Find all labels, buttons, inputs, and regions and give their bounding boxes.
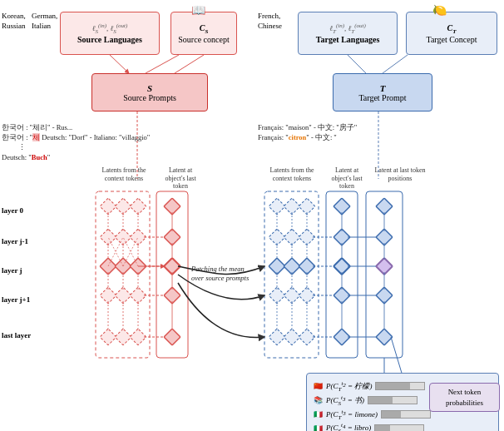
svg-rect-23 (130, 287, 146, 304)
svg-rect-20 (130, 258, 146, 275)
svg-rect-9 (264, 191, 319, 358)
flag-it2: 🇮🇹 (314, 424, 323, 431)
svg-rect-44 (269, 329, 285, 345)
french-chinese-label: French,Chinese (258, 12, 282, 31)
svg-line-4 (383, 55, 408, 73)
svg-rect-22 (115, 287, 131, 304)
svg-rect-41 (269, 287, 285, 304)
svg-rect-7 (96, 191, 150, 358)
svg-rect-33 (284, 198, 300, 215)
svg-rect-47 (334, 198, 350, 215)
svg-rect-14 (130, 198, 146, 215)
svg-rect-39 (284, 258, 300, 275)
svg-rect-26 (130, 329, 146, 345)
latent-last-header: Latent at object's last token (158, 166, 203, 191)
svg-rect-43 (299, 287, 315, 304)
svg-rect-10 (326, 191, 358, 358)
svg-rect-27 (164, 198, 180, 215)
source-languages-label: Source Languages (77, 35, 142, 44)
ell-out-tgt-label: ℓT(out) (348, 24, 366, 32)
prob-bar-3 (381, 410, 431, 419)
prob-row-4: 🇮🇹 P(CSt4 = libro) (314, 422, 492, 431)
svg-rect-38 (269, 258, 285, 275)
layer-j1-label: layer j-1 (2, 237, 28, 245)
korean-russian-label: Korean,Russian (2, 12, 26, 31)
german-italian-label: German,Italian (32, 12, 57, 31)
svg-rect-15 (100, 229, 116, 245)
svg-rect-36 (284, 229, 300, 245)
svg-line-107 (123, 237, 138, 266)
latent-context-tgt-header: Latents from the context tokens (266, 166, 318, 182)
diagram-svg (0, 0, 504, 431)
svg-rect-50 (334, 287, 350, 304)
svg-line-106 (108, 237, 123, 266)
svg-line-2 (175, 55, 204, 73)
svg-rect-11 (366, 191, 403, 358)
layer-0-label: layer 0 (2, 206, 23, 215)
svg-rect-42 (284, 287, 300, 304)
next-token-label: Next token probabilities (429, 383, 500, 412)
target-languages-box: ℓT(in), ℓT(out) Target Languages (298, 12, 398, 55)
svg-line-3 (348, 55, 366, 73)
svg-rect-48 (334, 229, 350, 245)
svg-rect-21 (100, 287, 116, 304)
svg-line-105 (108, 237, 123, 266)
svg-rect-13 (115, 198, 131, 215)
svg-rect-25 (115, 329, 131, 345)
ell-in-tgt-label: ℓT(in) (329, 24, 344, 32)
svg-rect-28 (164, 229, 180, 245)
source-concept-box: CS Source concept (170, 12, 237, 55)
latent-last-tgt2-header: Latent at last token positions (374, 166, 426, 182)
svg-rect-49 (334, 258, 350, 275)
ell-in-label: ℓS(in) (92, 24, 106, 32)
prob-bar-2 (368, 396, 418, 404)
svg-line-108 (123, 237, 138, 266)
svg-rect-56 (376, 329, 393, 345)
source-concept-label: Source concept (178, 35, 229, 44)
svg-rect-18 (100, 258, 116, 275)
layer-last-label: last layer (2, 331, 31, 339)
svg-rect-31 (164, 329, 180, 345)
flag-book: 📚 (314, 396, 323, 404)
target-prompt-examples: Français: "maison" - 中文: "房子" Français: … (258, 123, 357, 143)
svg-rect-54 (376, 258, 393, 275)
source-languages-box: ℓS(in), ℓS(out) Source Languages (60, 12, 160, 55)
latent-context-header: Latents from the context tokens (98, 166, 150, 182)
svg-rect-45 (284, 329, 300, 345)
svg-rect-16 (115, 229, 131, 245)
svg-rect-19 (115, 258, 131, 275)
patching-label: Patching the meanover source prompts (191, 265, 249, 283)
svg-rect-29 (164, 258, 180, 275)
svg-rect-34 (299, 198, 315, 215)
target-prompt-box: T Target Prompt (333, 73, 432, 111)
layer-j-label: layer j (2, 266, 22, 275)
flag-cn: 🇨🇳 (314, 382, 323, 390)
diagram: ℓS(in), ℓS(out) Source Languages CS Sour… (0, 0, 504, 431)
svg-line-0 (110, 55, 129, 73)
svg-rect-46 (299, 329, 315, 345)
ell-out-label: ℓS(out) (111, 24, 128, 32)
svg-rect-51 (334, 329, 350, 345)
layer-j1plus-label: layer j+1 (2, 295, 30, 304)
source-prompts-label: Source Prompts (123, 93, 176, 102)
flag-it: 🇮🇹 (314, 410, 323, 419)
svg-rect-37 (299, 229, 315, 245)
target-languages-label: Target Languages (316, 35, 380, 44)
svg-rect-55 (376, 287, 393, 304)
target-concept-box: CT Target Concept (406, 12, 497, 55)
target-concept-label: Target Concept (426, 35, 477, 44)
svg-rect-30 (164, 287, 180, 304)
prob-bar-1 (375, 382, 425, 390)
svg-rect-24 (100, 329, 116, 345)
source-prompt-examples: 한국어 : "체리" - Rus... 한국어 : "체 Deutsch: "D… (2, 123, 150, 163)
svg-rect-32 (269, 198, 285, 215)
svg-rect-35 (269, 229, 285, 245)
prob-bar-4 (374, 424, 424, 431)
latent-last-tgt-header: Latent at object's last token (326, 166, 368, 191)
svg-rect-40 (299, 258, 315, 275)
lemon-icon: 🍋 (432, 3, 447, 17)
svg-rect-12 (100, 198, 116, 215)
svg-rect-8 (156, 191, 188, 358)
svg-rect-53 (376, 229, 393, 245)
svg-line-1 (146, 55, 179, 73)
